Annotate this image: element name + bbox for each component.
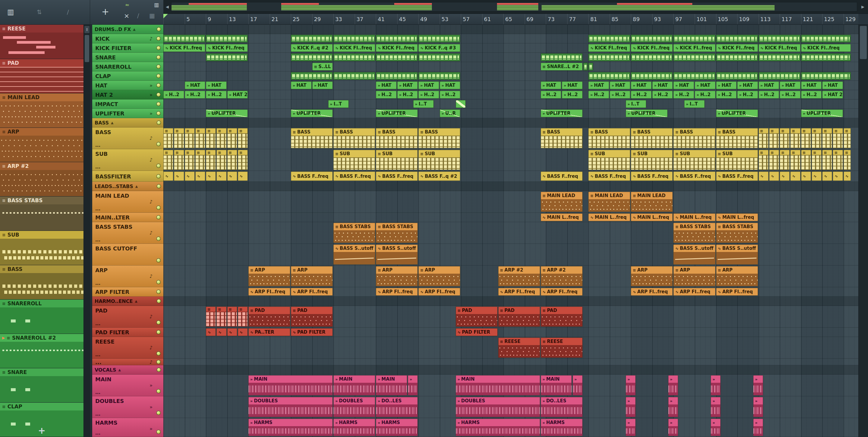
clip-reese[interactable]: ≡REESE — [541, 338, 583, 358]
clip-bass[interactable]: ≡BASS — [631, 128, 673, 148]
clip-h-2[interactable]: »H..2 — [716, 91, 737, 98]
clip-clap[interactable] — [758, 72, 801, 80]
clip-hat[interactable]: »HAT — [695, 82, 715, 89]
clip-bass[interactable]: ≡ — [758, 128, 769, 148]
clip-arp[interactable]: ≡ARP — [376, 266, 418, 286]
clip-kick[interactable] — [631, 35, 673, 42]
pattern-scrollbar-top-button[interactable]: I — [84, 26, 90, 33]
pattern-card-reese[interactable]: ≡REESE — [0, 25, 84, 59]
clip-bassflt[interactable]: ∿ — [185, 171, 195, 181]
clip-sub[interactable]: ≡ — [844, 150, 851, 170]
pattern-card-snare[interactable]: ≡SNARE — [0, 368, 84, 403]
clip-harms[interactable]: »HARMS — [376, 418, 418, 436]
clip-h-2[interactable]: »H..2 — [163, 91, 184, 98]
clip-hat[interactable]: »HAT — [418, 82, 439, 89]
track-row-uplifter[interactable]: UPLIFTER» — [92, 109, 163, 118]
clip-bass-s-utoff[interactable]: ∿BASS S..utoff — [716, 244, 758, 264]
clip-vdoub[interactable]: » — [668, 397, 678, 417]
clip-uplifter[interactable]: »UPLIFTER — [206, 110, 248, 117]
mute-led[interactable] — [156, 64, 161, 69]
clip-vmain[interactable]: » — [711, 375, 721, 396]
clip-clap[interactable] — [801, 72, 851, 80]
clip-bass-s-utoff[interactable]: ∿BASS S..utoff — [333, 244, 375, 264]
clip-h-2[interactable]: »H..2 — [418, 91, 439, 98]
track-row-sub[interactable]: SUB...♪ — [92, 149, 163, 171]
clip-impact[interactable] — [456, 100, 466, 108]
clip-snare[interactable] — [716, 53, 758, 61]
clip-bassflt[interactable]: ∿ — [195, 171, 205, 181]
clip-snare[interactable] — [673, 53, 715, 61]
mute-led[interactable] — [156, 389, 161, 393]
sort-icon[interactable]: ⇅ — [37, 9, 42, 15]
mute-led[interactable] — [157, 368, 161, 372]
track-row-doubles[interactable]: DOUBLES...» — [92, 396, 163, 418]
clip-snare[interactable] — [541, 53, 583, 61]
mute-led[interactable] — [156, 258, 161, 262]
clip-hat[interactable]: »HAT — [562, 82, 583, 89]
clip-vmain[interactable]: » — [626, 375, 636, 396]
clip-main[interactable]: »MAIN — [376, 375, 407, 396]
pattern-card-arp[interactable]: ≡ARP — [0, 128, 84, 162]
clip-bass-f-freq[interactable]: ∿BASS F..freq — [673, 171, 715, 181]
pattern-card-snareroll[interactable]: ≡SNAREROLL — [0, 300, 84, 334]
mute-led[interactable] — [157, 299, 161, 303]
mute-led[interactable] — [156, 351, 161, 355]
clip-main-l-freq[interactable]: ∿MAIN L..freq — [631, 213, 673, 221]
clip-bass-stabs[interactable]: ≡BASS STABS — [376, 223, 418, 243]
clip-hat[interactable]: »HAT — [652, 82, 673, 89]
clip-bass-stabs[interactable]: ≡BASS STABS — [333, 223, 375, 243]
clip-sub[interactable]: ≡ — [206, 150, 216, 170]
clip-bass[interactable]: ≡BASS — [291, 128, 333, 148]
mute-led[interactable] — [157, 121, 161, 125]
playlist-minimap-scrollbar[interactable]: ◀ ▶ — [163, 0, 868, 14]
mute-led[interactable] — [156, 411, 161, 415]
clip-kick-fi-freq[interactable]: ∿KICK FI..freq — [673, 44, 715, 52]
playhead-marker[interactable] — [163, 14, 168, 19]
clip-sub[interactable]: ≡SUB — [418, 150, 460, 170]
clip-pa-ter[interactable]: ∿PA..TER — [248, 328, 290, 336]
clip-h-2[interactable]: »H..2 — [562, 91, 583, 98]
track-group-bass[interactable]: BASS▲ — [92, 118, 163, 127]
clip-bass[interactable]: ≡ — [822, 128, 832, 148]
clip-sub[interactable]: ≡SUB — [588, 150, 630, 170]
clip-bass[interactable]: ≡BASS — [541, 128, 583, 148]
track-row-snare[interactable]: SNARE — [92, 53, 163, 62]
clip-arp-fi-freq[interactable]: ∿ARP FI..freq — [376, 288, 418, 295]
clip-bass-f-freq[interactable]: ∿BASS F..freq — [333, 171, 375, 181]
clip-harms[interactable]: »HARMS — [456, 418, 540, 436]
clip-snare[interactable] — [291, 53, 333, 61]
track-row-bassfilter[interactable]: BASSFILTER — [92, 171, 163, 182]
minimap-track[interactable] — [171, 2, 857, 11]
clip-kick[interactable] — [163, 35, 205, 42]
scroll-right-icon[interactable]: ▶ — [860, 4, 866, 10]
pattern-card-main-lead[interactable]: ≡MAIN LEAD — [0, 93, 84, 128]
clip-bass[interactable]: ≡BASS — [588, 128, 630, 148]
clip-doubles[interactable]: »DOUBLES — [456, 397, 540, 417]
clip-snare[interactable] — [631, 53, 673, 61]
clip-h-2[interactable]: »H..2 — [780, 91, 801, 98]
mute-led[interactable] — [157, 27, 161, 31]
clip-i-t[interactable]: »I..T — [413, 100, 434, 108]
clip-clap[interactable] — [418, 72, 460, 80]
clip-main-lead[interactable]: ≡MAIN LEAD — [631, 192, 673, 212]
track-row-main-lter[interactable]: MAIN..LTER — [92, 213, 163, 222]
clip-h-2[interactable]: »H..2 — [673, 91, 694, 98]
clip-hat[interactable]: »HAT — [737, 82, 758, 89]
clip-h-2[interactable]: »H..2 — [206, 91, 227, 98]
clip-hat[interactable]: »HAT — [291, 82, 312, 89]
clip-bassflt[interactable]: ∿ — [174, 171, 184, 181]
clip-vdoub[interactable]: » — [626, 397, 636, 417]
track-group-vocals[interactable]: VOCALS▲ — [92, 365, 163, 375]
clip-bass-s-utoff[interactable]: ∿BASS S..utoff — [376, 244, 418, 264]
clip-clap[interactable] — [716, 72, 758, 80]
pattern-card-sub[interactable]: ≡SUB — [0, 231, 84, 265]
clip-main-l-freq[interactable]: ∿MAIN L..freq — [673, 213, 715, 221]
clip-pad[interactable]: ≡ — [216, 307, 226, 327]
clip-clap[interactable] — [631, 72, 673, 80]
clip-bass[interactable]: ≡ — [206, 128, 216, 148]
clip-kick-fi-freq[interactable]: ∿KICK FI..freq — [376, 44, 418, 52]
clip-snare[interactable] — [758, 53, 801, 61]
clip-kick[interactable] — [801, 35, 851, 42]
clip-pad[interactable]: ≡ — [227, 307, 237, 327]
mute-led[interactable] — [156, 111, 161, 116]
